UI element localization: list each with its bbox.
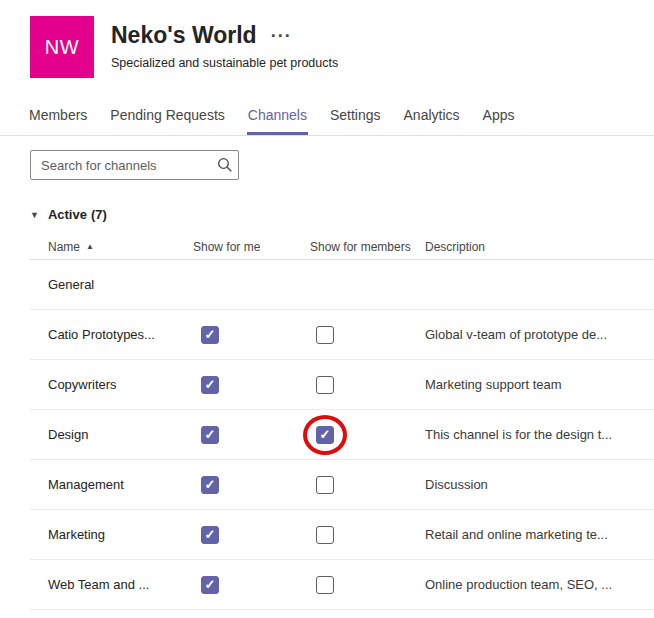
show-for-me-checkbox[interactable]: ✓ bbox=[201, 526, 219, 544]
channel-row[interactable]: Copywriters✓Marketing support team bbox=[30, 360, 654, 410]
avatar-initials: NW bbox=[45, 36, 79, 59]
channel-row[interactable]: General bbox=[30, 260, 654, 310]
channel-name: Marketing bbox=[30, 527, 193, 542]
channel-name: Catio Prototypes... bbox=[30, 327, 193, 342]
team-subtitle: Specialized and sustainable pet products bbox=[111, 56, 338, 70]
show-for-members-cell bbox=[310, 526, 425, 544]
show-for-members-checkbox-wrap bbox=[316, 526, 334, 544]
check-icon: ✓ bbox=[205, 578, 216, 591]
show-for-members-checkbox-wrap: ✓ bbox=[316, 426, 334, 444]
show-for-me-checkbox-wrap: ✓ bbox=[201, 376, 219, 394]
show-for-members-cell: ✓ bbox=[310, 426, 425, 444]
column-header-name-label: Name bbox=[48, 240, 80, 254]
channel-row[interactable]: Management✓Discussion bbox=[30, 460, 654, 510]
team-header: NW Neko's World ··· Specialized and sust… bbox=[0, 0, 654, 78]
active-section-header[interactable]: ▼ Active (7) bbox=[30, 207, 654, 222]
section-count: (7) bbox=[91, 207, 107, 222]
channel-row[interactable]: Web Team and ...✓Online production team,… bbox=[30, 560, 654, 610]
check-icon: ✓ bbox=[205, 528, 216, 541]
show-for-members-checkbox-wrap bbox=[316, 476, 334, 494]
channel-name: Management bbox=[30, 477, 193, 492]
show-for-members-checkbox[interactable] bbox=[316, 476, 334, 494]
show-for-me-cell: ✓ bbox=[193, 426, 310, 444]
channel-description: Retail and online marketing te... bbox=[425, 527, 654, 542]
show-for-me-checkbox[interactable]: ✓ bbox=[201, 426, 219, 444]
show-for-members-checkbox[interactable]: ✓ bbox=[316, 426, 334, 444]
show-for-me-checkbox[interactable]: ✓ bbox=[201, 576, 219, 594]
column-header-show-for-me[interactable]: Show for me bbox=[193, 240, 310, 254]
collapse-chevron-icon[interactable]: ▼ bbox=[30, 210, 39, 220]
show-for-me-checkbox-wrap: ✓ bbox=[201, 476, 219, 494]
column-header-show-for-members[interactable]: Show for members bbox=[310, 240, 425, 254]
channel-name: Copywriters bbox=[30, 377, 193, 392]
channel-row[interactable]: Design✓✓This channel is for the design t… bbox=[30, 410, 654, 460]
check-icon: ✓ bbox=[205, 478, 216, 491]
channel-description: Discussion bbox=[425, 477, 654, 492]
show-for-me-cell: ✓ bbox=[193, 526, 310, 544]
show-for-members-cell bbox=[310, 276, 425, 294]
column-header-description[interactable]: Description bbox=[425, 240, 654, 254]
show-for-me-checkbox[interactable]: ✓ bbox=[201, 376, 219, 394]
channel-description: Global v-team of prototype de... bbox=[425, 327, 654, 342]
show-for-members-checkbox[interactable] bbox=[316, 576, 334, 594]
team-name: Neko's World bbox=[111, 22, 257, 49]
show-for-me-checkbox-wrap: ✓ bbox=[201, 326, 219, 344]
channels-table-body: GeneralCatio Prototypes...✓Global v-team… bbox=[30, 260, 654, 610]
show-for-me-cell: ✓ bbox=[193, 326, 310, 344]
tab-apps[interactable]: Apps bbox=[482, 103, 516, 135]
team-avatar: NW bbox=[30, 16, 94, 78]
show-for-me-checkbox[interactable]: ✓ bbox=[201, 326, 219, 344]
channel-name: General bbox=[30, 277, 193, 292]
check-icon: ✓ bbox=[205, 328, 216, 341]
tab-members[interactable]: Members bbox=[28, 103, 88, 135]
tabs: MembersPending RequestsChannelsSettingsA… bbox=[0, 103, 654, 136]
show-for-me-checkbox[interactable]: ✓ bbox=[201, 476, 219, 494]
channel-description: This channel is for the design t... bbox=[425, 427, 654, 442]
tab-channels[interactable]: Channels bbox=[247, 103, 308, 135]
sort-ascending-icon: ▲ bbox=[86, 242, 94, 251]
show-for-members-cell bbox=[310, 326, 425, 344]
search-input[interactable] bbox=[41, 158, 217, 173]
channel-row[interactable]: Catio Prototypes...✓Global v-team of pro… bbox=[30, 310, 654, 360]
channel-name: Design bbox=[30, 427, 193, 442]
check-icon: ✓ bbox=[205, 428, 216, 441]
show-for-me-cell: ✓ bbox=[193, 476, 310, 494]
show-for-members-checkbox-wrap bbox=[316, 576, 334, 594]
channel-description: Marketing support team bbox=[425, 377, 654, 392]
show-for-members-checkbox[interactable] bbox=[316, 326, 334, 344]
show-for-me-cell: ✓ bbox=[193, 376, 310, 394]
show-for-members-checkbox-wrap bbox=[316, 376, 334, 394]
section-title: Active bbox=[48, 207, 87, 222]
channel-description: Online production team, SEO, ... bbox=[425, 577, 654, 592]
show-for-members-checkbox[interactable] bbox=[316, 526, 334, 544]
search-icon[interactable] bbox=[217, 157, 233, 173]
check-icon: ✓ bbox=[205, 378, 216, 391]
show-for-me-checkbox-wrap: ✓ bbox=[201, 426, 219, 444]
tab-pending-requests[interactable]: Pending Requests bbox=[109, 103, 225, 135]
team-management-page: NW Neko's World ··· Specialized and sust… bbox=[0, 0, 654, 618]
check-icon: ✓ bbox=[320, 428, 331, 441]
column-header-name[interactable]: Name▲ bbox=[30, 240, 193, 254]
show-for-me-cell: ✓ bbox=[193, 576, 310, 594]
tab-analytics[interactable]: Analytics bbox=[403, 103, 461, 135]
channels-table: Name▲ Show for me Show for members Descr… bbox=[30, 234, 654, 610]
search-box bbox=[30, 150, 239, 180]
table-header-row: Name▲ Show for me Show for members Descr… bbox=[30, 234, 654, 260]
channel-name: Web Team and ... bbox=[30, 577, 193, 592]
team-header-text: Neko's World ··· Specialized and sustain… bbox=[111, 16, 338, 78]
show-for-members-cell bbox=[310, 476, 425, 494]
show-for-me-cell bbox=[193, 276, 310, 294]
show-for-members-checkbox-wrap bbox=[316, 326, 334, 344]
more-options-icon[interactable]: ··· bbox=[271, 27, 292, 45]
show-for-me-checkbox-wrap: ✓ bbox=[201, 576, 219, 594]
show-for-me-checkbox-wrap: ✓ bbox=[201, 526, 219, 544]
tab-settings[interactable]: Settings bbox=[329, 103, 382, 135]
show-for-members-cell bbox=[310, 376, 425, 394]
show-for-members-checkbox[interactable] bbox=[316, 376, 334, 394]
show-for-members-cell bbox=[310, 576, 425, 594]
channel-row[interactable]: Marketing✓Retail and online marketing te… bbox=[30, 510, 654, 560]
